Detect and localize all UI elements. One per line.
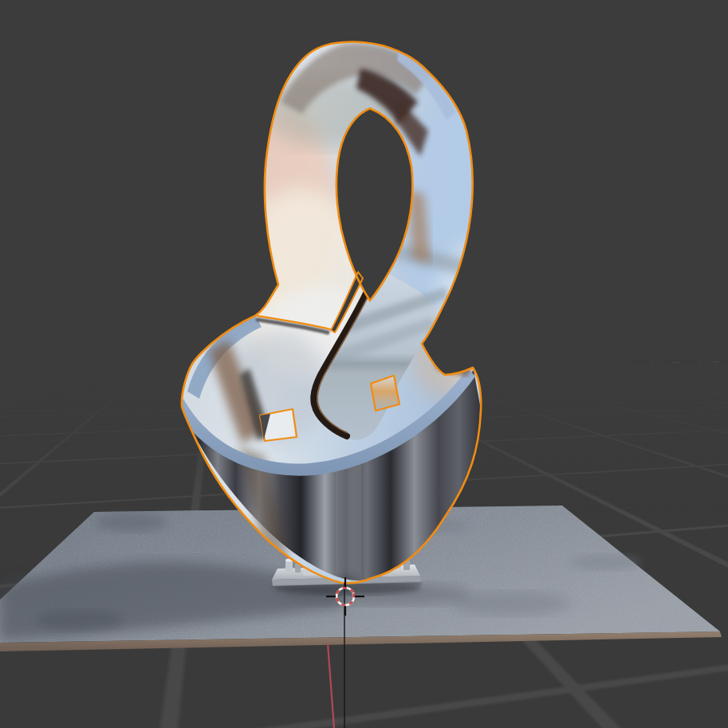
viewport-canvas[interactable] [0,0,728,728]
chrome-ribbon-sculpture[interactable] [176,42,527,584]
scene-overlay [0,0,728,728]
x-axis-line [328,643,334,728]
